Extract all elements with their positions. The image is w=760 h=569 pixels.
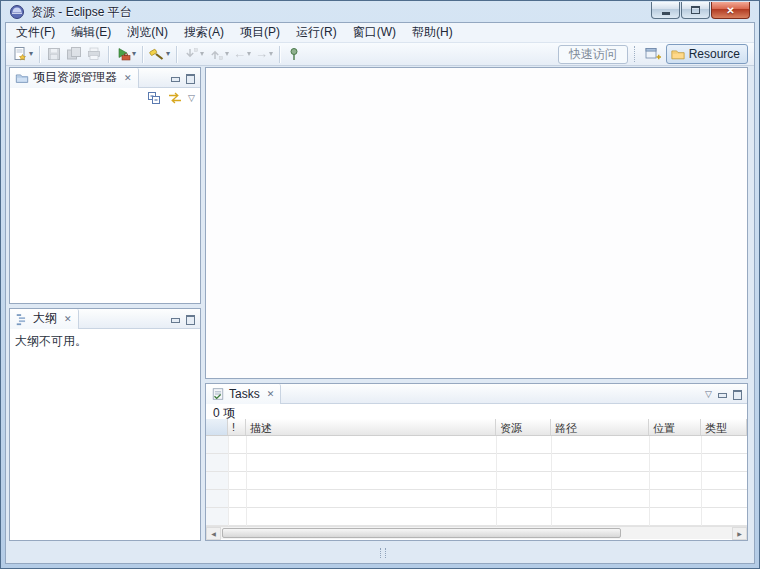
- menu-window[interactable]: 窗口(W): [345, 21, 404, 44]
- tasks-tab-label: Tasks: [229, 387, 260, 401]
- dropdown-icon: ▾: [166, 50, 170, 58]
- save-all-button[interactable]: [64, 44, 84, 64]
- print-button[interactable]: [84, 44, 104, 64]
- toolbar-separator: [279, 46, 280, 63]
- outline-tab-label: 大纲: [33, 310, 57, 327]
- maximize-icon: [691, 6, 700, 14]
- menu-project[interactable]: 项目(P): [232, 21, 288, 44]
- minimize-view-icon[interactable]: [170, 73, 180, 83]
- resource-perspective-button[interactable]: Resource: [666, 44, 748, 64]
- outline-controls: [170, 314, 200, 324]
- outline-empty-message: 大纲不可用。: [10, 329, 200, 354]
- quick-access-field[interactable]: 快速访问: [558, 45, 628, 64]
- tasks-tabbar: Tasks ✕ ▽: [206, 384, 747, 404]
- previous-annotation-button[interactable]: ▾: [206, 44, 231, 64]
- maximize-view-icon[interactable]: [185, 73, 195, 83]
- status-bar: [6, 543, 754, 563]
- forward-button[interactable]: → ▾: [253, 44, 275, 64]
- tasks-count-label: 0 项: [206, 404, 747, 419]
- link-with-editor-icon[interactable]: [167, 90, 183, 106]
- scroll-right-button[interactable]: ▶: [732, 527, 747, 540]
- tasks-view: Tasks ✕ ▽ 0 项 ! 描述 资源 路径 位置 类: [205, 383, 748, 541]
- project-explorer-icon: [15, 71, 29, 85]
- minimize-button[interactable]: [651, 2, 680, 19]
- column-header-resource[interactable]: 资源: [496, 419, 551, 435]
- column-header-description[interactable]: 描述: [246, 419, 496, 435]
- view-menu-icon[interactable]: ▽: [188, 93, 195, 103]
- close-button[interactable]: ✕: [711, 2, 750, 19]
- window-controls: ✕: [651, 2, 750, 19]
- column-header-location[interactable]: 位置: [649, 419, 701, 435]
- scrollbar-thumb[interactable]: [222, 528, 621, 538]
- project-explorer-tab[interactable]: 项目资源管理器 ✕: [10, 68, 139, 88]
- maximize-view-icon[interactable]: [732, 389, 742, 399]
- maximize-view-icon[interactable]: [185, 314, 195, 324]
- menubar: 文件(F) 编辑(E) 浏览(N) 搜索(A) 项目(P) 运行(R) 窗口(W…: [6, 23, 754, 43]
- titlebar: 资源 - Eclipse 平台 ✕: [2, 2, 758, 22]
- close-icon[interactable]: ✕: [64, 314, 72, 324]
- outline-content: 大纲不可用。: [10, 329, 200, 354]
- open-perspective-button[interactable]: [643, 45, 663, 63]
- dropdown-icon: ▾: [225, 50, 229, 58]
- maximize-button[interactable]: [681, 2, 710, 19]
- tasks-table-header: ! 描述 资源 路径 位置 类型: [206, 419, 747, 436]
- view-menu-icon[interactable]: ▽: [705, 389, 712, 399]
- horizontal-scrollbar[interactable]: ◀ ▶: [206, 526, 747, 539]
- project-explorer-controls: [170, 73, 200, 83]
- window-title: 资源 - Eclipse 平台: [31, 4, 132, 21]
- project-explorer-tree: [10, 107, 200, 301]
- minimize-view-icon[interactable]: [717, 389, 727, 399]
- perspective-bar-handle: [634, 46, 637, 62]
- menu-file[interactable]: 文件(F): [8, 21, 63, 44]
- save-icon: [46, 46, 62, 62]
- menu-edit[interactable]: 编辑(E): [63, 21, 119, 44]
- project-explorer-tab-label: 项目资源管理器: [33, 69, 117, 86]
- dropdown-icon: ▾: [200, 50, 204, 58]
- column-header-priority[interactable]: !: [228, 419, 246, 435]
- menu-search[interactable]: 搜索(A): [176, 21, 232, 44]
- close-icon[interactable]: ✕: [267, 389, 275, 399]
- forward-icon: →: [255, 46, 268, 62]
- dropdown-icon: ▾: [247, 50, 251, 58]
- collapse-all-icon[interactable]: [146, 90, 162, 106]
- outline-tab[interactable]: 大纲 ✕: [10, 309, 79, 329]
- print-icon: [86, 46, 102, 62]
- toolbar-separator: [142, 46, 143, 63]
- status-splitter-handle[interactable]: [380, 548, 386, 558]
- pin-icon: [286, 46, 302, 62]
- search-button[interactable]: ▾: [147, 44, 172, 64]
- menu-run[interactable]: 运行(R): [288, 21, 345, 44]
- pin-editor-button[interactable]: [284, 44, 304, 64]
- resource-folder-icon: [671, 47, 685, 61]
- back-button[interactable]: ← ▾: [231, 44, 253, 64]
- toolbar-separator: [108, 46, 109, 63]
- save-button[interactable]: [44, 44, 64, 64]
- menu-help[interactable]: 帮助(H): [404, 21, 461, 44]
- eclipse-app-icon: [9, 4, 25, 20]
- back-icon: ←: [233, 46, 246, 62]
- close-icon[interactable]: ✕: [124, 73, 132, 83]
- column-header-path[interactable]: 路径: [551, 419, 649, 435]
- menu-navigate[interactable]: 浏览(N): [119, 21, 176, 44]
- next-annotation-button[interactable]: ▾: [181, 44, 206, 64]
- dropdown-icon: ▾: [269, 50, 273, 58]
- new-wizard-button[interactable]: ▾: [10, 44, 35, 64]
- toolbar-separator: [39, 46, 40, 63]
- scrollbar-track[interactable]: [221, 527, 732, 540]
- column-header-gutter[interactable]: [206, 419, 228, 435]
- project-explorer-toolbar: ▽: [10, 88, 200, 107]
- project-explorer-view: 项目资源管理器 ✕ ▽: [9, 67, 201, 304]
- scroll-left-button[interactable]: ◀: [206, 527, 221, 540]
- editor-area: [205, 67, 748, 379]
- toolbar-separator: [176, 46, 177, 63]
- main-toolbar: ▾: [6, 43, 754, 66]
- toolbar-right-group: 快速访问 Resource: [558, 44, 748, 64]
- minimize-view-icon[interactable]: [170, 314, 180, 324]
- resource-perspective-label: Resource: [689, 47, 740, 61]
- outline-tabbar: 大纲 ✕: [10, 309, 200, 329]
- column-header-type[interactable]: 类型: [701, 419, 747, 435]
- external-tools-button[interactable]: ▾: [113, 44, 138, 64]
- outline-view: 大纲 ✕ 大纲不可用。: [9, 308, 201, 541]
- tasks-tab[interactable]: Tasks ✕: [206, 384, 281, 404]
- external-tools-icon: [115, 46, 131, 62]
